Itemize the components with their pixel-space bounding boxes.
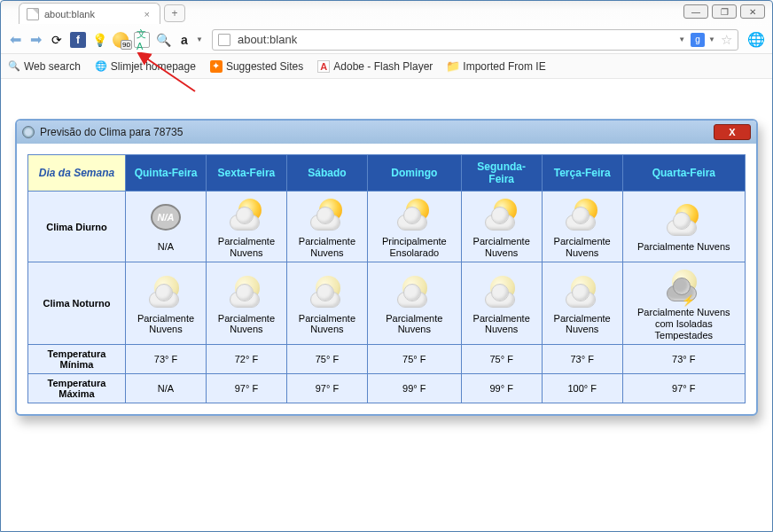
globe-icon: 🌐 bbox=[95, 60, 107, 73]
bookmark-suggested[interactable]: ✦ Suggested Sites bbox=[210, 60, 303, 73]
temp-cell: N/A bbox=[126, 374, 207, 403]
forecast-cell: Parcialmente Nuvens bbox=[126, 262, 207, 345]
forecast-cell: Parcialmente Nuvens bbox=[542, 262, 622, 345]
row-clima-diurno: Clima Diurno N/AN/A Parcialmente Nuvens … bbox=[28, 192, 746, 262]
site-icon bbox=[218, 34, 230, 46]
forecast-cell: Parcialmente Nuvens bbox=[622, 192, 745, 262]
maximize-button[interactable]: ❐ bbox=[712, 4, 737, 19]
na-icon: N/A bbox=[151, 204, 181, 231]
minimize-button[interactable]: — bbox=[683, 4, 708, 19]
bookmark-imported[interactable]: 📁 Imported From IE bbox=[447, 60, 545, 73]
forward-button[interactable]: ➡ bbox=[28, 31, 43, 48]
temp-cell: 75° F bbox=[286, 345, 367, 374]
facebook-icon[interactable]: f bbox=[70, 32, 86, 48]
google-search-icon[interactable]: g bbox=[691, 33, 705, 47]
forecast-cell: Parcialmente Nuvens bbox=[367, 262, 461, 345]
bookmark-label: Suggested Sites bbox=[226, 60, 303, 73]
bookmark-slimjet[interactable]: 🌐 Slimjet homepage bbox=[95, 60, 196, 73]
temp-cell: 99° F bbox=[367, 374, 461, 403]
amazon-icon[interactable]: a bbox=[176, 32, 192, 48]
partly-cloudy-icon bbox=[308, 199, 346, 232]
column-header-day: Sexta-Feira bbox=[206, 155, 286, 192]
suggested-icon: ✦ bbox=[210, 60, 223, 73]
weather-popup: Previsão do Clima para 78735 X Dia da Se… bbox=[15, 119, 758, 416]
bookmark-label: Slimjet homepage bbox=[111, 60, 196, 73]
bookmark-label: Imported From IE bbox=[463, 60, 545, 73]
column-header-day: Sábado bbox=[286, 155, 367, 192]
popup-title-text: Previsão do Clima para 78735 bbox=[40, 126, 183, 138]
folder-icon: 📁 bbox=[447, 60, 459, 73]
forecast-cell: N/AN/A bbox=[126, 192, 207, 262]
new-tab-button[interactable]: + bbox=[164, 4, 185, 22]
adobe-icon: A bbox=[317, 60, 330, 73]
page-icon bbox=[27, 8, 39, 20]
column-header-day: Terça-Feira bbox=[542, 155, 622, 192]
translate-icon[interactable]: 文A bbox=[134, 32, 150, 48]
row-label: Temperatura Mínima bbox=[28, 345, 126, 374]
column-header-day: Quinta-Feira bbox=[126, 155, 207, 192]
partly-cloudy-icon bbox=[564, 199, 601, 232]
temp-cell: 97° F bbox=[206, 374, 286, 403]
globe-icon[interactable]: 🌐 bbox=[747, 31, 765, 48]
night-cloudy-icon bbox=[228, 276, 265, 309]
weather-badge: 90 bbox=[121, 40, 132, 50]
browser-tab[interactable]: about:blank × bbox=[19, 3, 160, 24]
row-label: Temperatura Máxima bbox=[28, 374, 126, 403]
temp-cell: 99° F bbox=[461, 374, 542, 403]
column-header-day: Segunda-Feira bbox=[461, 155, 542, 192]
address-bar[interactable]: ▼ g ▼ ☆ bbox=[212, 29, 738, 51]
window-close-button[interactable]: ✕ bbox=[740, 4, 765, 19]
bookmark-label: Adobe - Flash Player bbox=[333, 60, 433, 73]
temp-cell: 75° F bbox=[367, 345, 461, 374]
forecast-cell: Principalmente Ensolarado bbox=[367, 192, 461, 262]
dropdown-icon[interactable]: ▼ bbox=[196, 35, 203, 43]
back-button[interactable]: ⬅ bbox=[8, 31, 23, 48]
forecast-cell: Parcialmente Nuvens bbox=[542, 192, 622, 262]
night-cloudy-icon bbox=[483, 276, 520, 309]
search-engine-dropdown-icon[interactable]: ▼ bbox=[708, 35, 715, 43]
partly-cloudy-icon bbox=[228, 199, 265, 232]
address-dropdown-icon[interactable]: ▼ bbox=[678, 35, 685, 43]
forecast-cell: Parcialmente Nuvens com Isoladas Tempest… bbox=[622, 262, 745, 345]
temp-cell: 100° F bbox=[542, 374, 622, 403]
forecast-cell: Parcialmente Nuvens bbox=[206, 262, 286, 345]
row-clima-noturno: Clima Noturno Parcialmente Nuvens Parcia… bbox=[28, 262, 746, 345]
bookmark-star-icon[interactable]: ☆ bbox=[721, 32, 732, 48]
temp-cell: 73° F bbox=[542, 345, 622, 374]
column-header-day: Domingo bbox=[367, 155, 461, 192]
forecast-cell: Parcialmente Nuvens bbox=[286, 192, 367, 262]
forecast-cell: Parcialmente Nuvens bbox=[206, 192, 286, 262]
row-temp-min: Temperatura Mínima 73° F 72° F 75° F 75°… bbox=[28, 345, 746, 374]
night-cloudy-icon bbox=[308, 276, 346, 309]
temp-cell: 97° F bbox=[622, 374, 745, 403]
bookmark-web-search[interactable]: 🔍 Web search bbox=[8, 60, 81, 73]
night-cloudy-icon bbox=[395, 276, 433, 309]
partly-cloudy-icon bbox=[483, 199, 520, 232]
search-icon: 🔍 bbox=[8, 60, 20, 73]
zoom-icon[interactable]: 🔍 bbox=[155, 32, 171, 48]
row-temp-max: Temperatura Máxima N/A 97° F 97° F 99° F… bbox=[28, 374, 746, 403]
forecast-cell: Parcialmente Nuvens bbox=[461, 192, 542, 262]
partly-cloudy-icon bbox=[665, 204, 702, 238]
lightbulb-icon[interactable]: 💡 bbox=[91, 32, 107, 48]
tab-close-button[interactable]: × bbox=[142, 9, 152, 20]
reload-button[interactable]: ⟳ bbox=[49, 32, 65, 48]
forecast-cell: Parcialmente Nuvens bbox=[286, 262, 367, 345]
row-label: Clima Noturno bbox=[28, 262, 126, 345]
bookmark-adobe[interactable]: A Adobe - Flash Player bbox=[317, 60, 433, 73]
weather-toolbar-button[interactable]: 90 bbox=[113, 32, 129, 48]
popup-close-button[interactable]: X bbox=[714, 124, 751, 140]
row-label: Clima Diurno bbox=[28, 192, 126, 262]
temp-cell: 73° F bbox=[622, 345, 745, 374]
tab-title: about:blank bbox=[44, 9, 95, 20]
column-header-day: Quarta-Feira bbox=[622, 155, 745, 192]
night-cloudy-icon bbox=[147, 276, 184, 309]
temp-cell: 72° F bbox=[206, 345, 286, 374]
mostly-sunny-icon bbox=[395, 199, 433, 232]
address-input[interactable] bbox=[236, 32, 675, 47]
forecast-table: Dia da Semana Quinta-Feira Sexta-Feira S… bbox=[27, 154, 746, 403]
night-cloudy-icon bbox=[564, 276, 601, 309]
temp-cell: 73° F bbox=[126, 345, 207, 374]
bookmark-label: Web search bbox=[24, 60, 81, 73]
popup-app-icon bbox=[22, 126, 35, 138]
